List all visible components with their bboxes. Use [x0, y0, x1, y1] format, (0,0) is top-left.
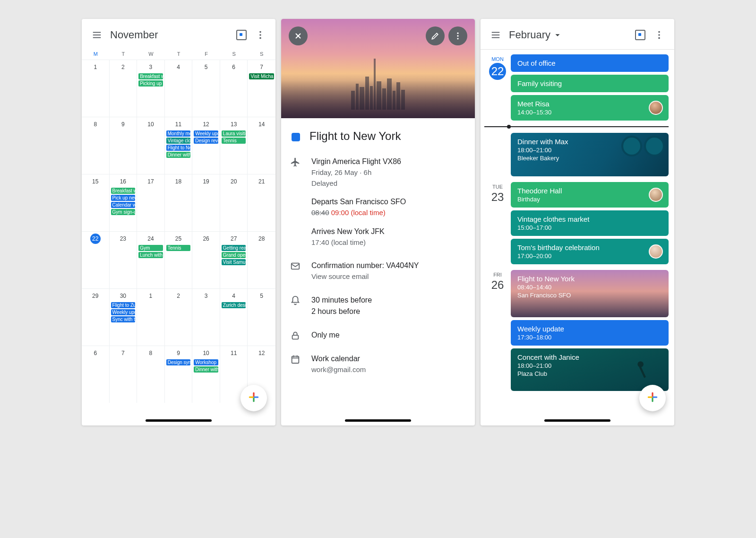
event-chip[interactable]: Design revi [194, 138, 218, 144]
day-cell[interactable]: 3Breakfast wPicking up [137, 60, 165, 117]
event-card[interactable]: Meet Risa14:00–15:30 [511, 95, 669, 121]
day-cell[interactable]: 22 [82, 232, 110, 288]
day-cell[interactable]: 29 [82, 289, 110, 346]
event-chip[interactable]: Visit Micha [249, 73, 274, 79]
menu-button[interactable] [87, 26, 106, 44]
event-chip[interactable]: Tennis [222, 138, 246, 144]
event-chip[interactable]: Breakfast w [111, 188, 136, 194]
confirmation-row[interactable]: Confirmation number: VA404NY View source… [290, 260, 466, 282]
day-cell[interactable]: 12Weekly updDesign revi [192, 117, 220, 174]
event-chip[interactable]: Zurich desi [222, 302, 246, 308]
event-card[interactable]: Flight to New York08:40–14:40San Francis… [511, 270, 669, 317]
today-button[interactable] [631, 26, 650, 44]
close-button[interactable] [289, 26, 308, 45]
day-cell[interactable]: 2 [165, 289, 193, 346]
overflow-button[interactable] [251, 26, 270, 44]
event-chip[interactable]: Design syn [166, 359, 191, 365]
create-event-fab[interactable] [639, 385, 666, 411]
event-card[interactable]: Vintage clothes market15:00–17:00 [511, 210, 669, 236]
event-card[interactable]: Family visiting [511, 75, 669, 92]
month-dropdown[interactable]: February [509, 29, 631, 41]
event-card[interactable]: Dinner with Max18:00–21:00Bleeker Bakery [511, 133, 669, 176]
day-cell[interactable]: 26 [192, 232, 220, 288]
reminders-row[interactable]: 30 minutes before 2 hours before [290, 295, 466, 317]
event-chip[interactable]: Monthly me [166, 130, 191, 137]
event-chip[interactable]: Picking up [138, 80, 163, 87]
event-chip[interactable]: Pick up new [111, 195, 136, 201]
event-chip[interactable]: Getting rea [222, 245, 246, 251]
view-source-email[interactable]: View source email [311, 271, 419, 282]
event-chip[interactable]: Grand open [222, 252, 246, 258]
day-cell[interactable]: 7Visit Micha [248, 60, 275, 117]
event-chip[interactable]: Vintage clo [166, 138, 191, 144]
event-chip[interactable]: Gym [138, 245, 163, 251]
day-cell[interactable]: 6 [82, 346, 110, 403]
cards-column: Theodore HallBirthdayVintage clothes mar… [511, 182, 669, 264]
day-cell[interactable]: 5 [248, 289, 275, 346]
day-number: 7 [249, 62, 274, 72]
day-cell[interactable]: 27Getting reaGrand openVisit Samue [220, 232, 248, 288]
day-cell[interactable]: 15 [82, 174, 110, 231]
calendar-row[interactable]: Work calendar work@gmail.com [290, 353, 466, 375]
day-cell[interactable]: 28 [248, 232, 275, 288]
create-event-fab[interactable] [241, 385, 267, 411]
event-chip[interactable]: Dinner with [194, 366, 218, 373]
day-cell[interactable]: 7 [110, 346, 137, 403]
day-cell[interactable]: 11Monthly meVintage cloFlight to NeDinne… [165, 117, 193, 174]
day-cell[interactable]: 25Tennis [165, 232, 193, 288]
day-cell[interactable]: 21 [248, 174, 275, 231]
event-chip[interactable]: Sync with t [111, 316, 136, 322]
event-card[interactable]: Out of office [511, 54, 669, 72]
day-cell[interactable]: 13Laura visitiTennis [220, 117, 248, 174]
visibility-row[interactable]: Only me [290, 330, 466, 341]
event-chip[interactable]: Tennis [166, 245, 191, 251]
day-cell[interactable]: 5 [192, 60, 220, 117]
day-cell[interactable]: 19 [192, 174, 220, 231]
event-overflow-button[interactable] [448, 26, 467, 45]
day-cell[interactable]: 20 [220, 174, 248, 231]
day-cell[interactable]: 9 [110, 117, 137, 174]
event-chip[interactable]: Flight to Ne [166, 145, 191, 151]
day-cell[interactable]: 9Design syn [165, 346, 193, 403]
day-cell[interactable]: 16Breakfast wPick up newCalendar wGym si… [110, 174, 137, 231]
event-chip[interactable]: Gym sign-u [111, 209, 136, 215]
edit-button[interactable] [426, 26, 445, 45]
day-cell[interactable]: 8 [137, 346, 165, 403]
event-card[interactable]: Tom's birthday celebration17:00–20:00 [511, 239, 669, 264]
day-cell[interactable]: 10 [137, 117, 165, 174]
day-cell[interactable]: 24GymLunch with [137, 232, 165, 288]
event-chip[interactable]: Dinner with [166, 152, 191, 158]
event-chip[interactable]: Weekly upd [194, 130, 218, 137]
day-cell[interactable]: 10WorkshopDinner with [192, 346, 220, 403]
day-cell[interactable]: 3 [192, 289, 220, 346]
event-card[interactable]: Weekly update17:30–18:00 [511, 320, 669, 346]
day-cell[interactable]: 30Flight to ZuWeekly updSync with t [110, 289, 137, 346]
day-cell[interactable]: 1 [82, 60, 110, 117]
overflow-button[interactable] [650, 26, 669, 44]
schedule-list[interactable]: MON22Out of officeFamily visitingMeet Ri… [481, 50, 674, 425]
day-cell[interactable]: 2 [110, 60, 137, 117]
event-chip[interactable]: Breakfast w [138, 73, 163, 79]
event-card[interactable]: Concert with Janice18:00–21:00Plaza Club [511, 348, 669, 391]
event-chip[interactable]: Laura visiti [222, 130, 246, 137]
event-card[interactable]: Theodore HallBirthday [511, 182, 669, 208]
day-cell[interactable]: 1 [137, 289, 165, 346]
event-chip[interactable]: Weekly upd [111, 309, 136, 315]
event-chip[interactable]: Lunch with [138, 252, 163, 258]
day-cell[interactable]: 23 [110, 232, 137, 288]
day-cell[interactable]: 18 [165, 174, 193, 231]
event-chip[interactable]: Flight to Zu [111, 302, 136, 308]
day-cell[interactable]: 6 [220, 60, 248, 117]
today-button[interactable] [232, 26, 251, 44]
day-cell[interactable]: 4 [165, 60, 193, 117]
day-cell[interactable]: 8 [82, 117, 110, 174]
month-grid[interactable]: 123Breakfast wPicking up4567Visit Micha8… [82, 60, 275, 425]
day-cell[interactable]: 14 [248, 117, 275, 174]
day-cell[interactable]: 17 [137, 174, 165, 231]
event-chip[interactable]: Workshop [194, 359, 218, 365]
menu-button[interactable] [486, 26, 505, 44]
month-title[interactable]: November [110, 29, 232, 41]
event-chip[interactable]: Calendar w [111, 202, 136, 208]
event-chip[interactable]: Visit Samue [222, 259, 246, 265]
day-cell[interactable]: 4Zurich desi [220, 289, 248, 346]
